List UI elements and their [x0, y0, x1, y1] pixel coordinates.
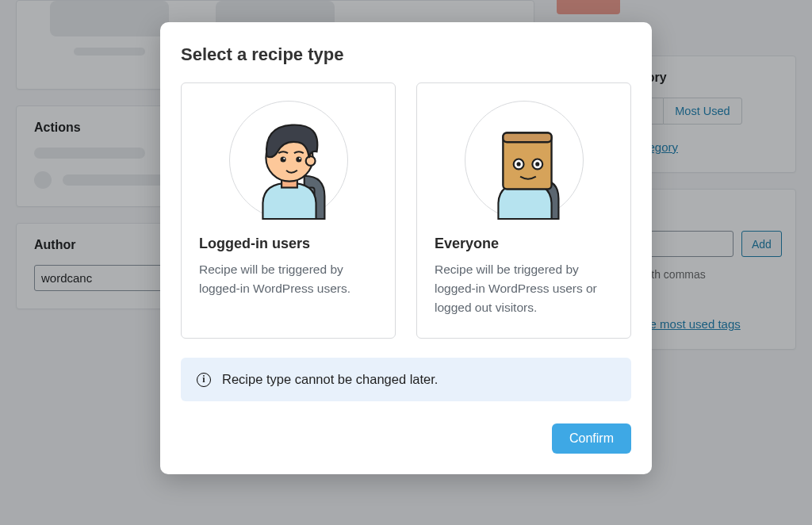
svg-point-5 [296, 156, 301, 162]
svg-point-6 [283, 158, 285, 159]
svg-point-7 [299, 158, 301, 159]
svg-point-12 [516, 162, 520, 166]
svg-rect-9 [503, 132, 551, 142]
option-everyone[interactable]: Everyone Recipe will be triggered by log… [416, 82, 631, 339]
svg-point-4 [280, 156, 285, 162]
logged-in-user-illustration [229, 101, 348, 220]
option-title: Logged-in users [199, 236, 377, 252]
option-desc: Recipe will be triggered by logged-in Wo… [199, 260, 377, 298]
info-icon: i [197, 373, 211, 387]
modal-note: i Recipe type cannot be changed later. [181, 358, 631, 401]
modal-overlay: Select a recipe type [0, 0, 812, 525]
everyone-illustration [465, 101, 584, 220]
modal-note-text: Recipe type cannot be changed later. [222, 372, 438, 387]
option-desc: Recipe will be triggered by logged-in Wo… [435, 260, 613, 317]
modal-title: Select a recipe type [181, 44, 631, 65]
recipe-type-modal: Select a recipe type [160, 22, 652, 474]
svg-point-3 [305, 156, 315, 166]
option-title: Everyone [435, 236, 613, 252]
confirm-button[interactable]: Confirm [552, 423, 631, 454]
svg-point-13 [535, 162, 539, 166]
option-logged-in-users[interactable]: Logged-in users Recipe will be triggered… [181, 82, 396, 339]
